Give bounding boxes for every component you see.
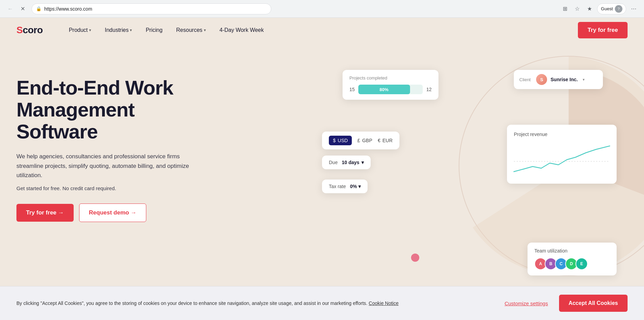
revenue-title: Project revenue <box>514 132 610 137</box>
nav-resources[interactable]: Resources ▾ <box>171 24 211 36</box>
industries-chevron-icon: ▾ <box>130 28 132 33</box>
currency-gbp[interactable]: £ GBP <box>357 138 372 143</box>
team-title: Team utilization <box>534 248 610 254</box>
client-name: Sunrise Inc. <box>550 77 578 82</box>
nav-product[interactable]: Product ▾ <box>63 24 97 36</box>
hero-illustration: Projects completed 15 80% 12 Client S <box>301 42 644 289</box>
hero-left: End-to-End Work Management Software We h… <box>16 63 215 222</box>
close-button[interactable]: ✕ <box>18 4 27 14</box>
revenue-chart <box>514 143 610 177</box>
cookie-text: By clicking "Accept All Cookies", you ag… <box>16 299 494 307</box>
eur-label: EUR <box>383 138 393 143</box>
team-avatars: A B C D E <box>534 258 610 270</box>
profile-label: Guest <box>601 6 613 11</box>
eur-symbol: € <box>378 138 381 143</box>
due-label: Due <box>329 160 338 165</box>
cookie-banner: By clicking "Accept All Cookies", you ag… <box>0 286 644 320</box>
progress-row: 15 80% 12 <box>349 85 432 94</box>
progress-bar-container: 80% <box>358 85 423 94</box>
card-team: Team utilization A B C D E <box>528 243 617 275</box>
nav-try-free-button[interactable]: Try for free <box>578 22 628 38</box>
customize-settings-button[interactable]: Customize settings <box>505 300 548 306</box>
reader-mode-icon[interactable]: ⊞ <box>560 4 570 14</box>
hero-request-demo-button[interactable]: Request demo → <box>79 204 147 222</box>
card-tax: Tax rate 0% ▾ <box>322 180 368 193</box>
pink-ball-decoration <box>411 254 419 262</box>
product-chevron-icon: ▾ <box>89 28 91 33</box>
gbp-symbol: £ <box>357 138 360 143</box>
nav-industries[interactable]: Industries ▾ <box>99 24 137 36</box>
favorites-icon[interactable]: ★ <box>585 4 594 14</box>
hero-title: End-to-End Work Management Software <box>16 77 215 142</box>
url-text: https://www.scoro.com <box>44 6 92 12</box>
site-wrapper: Scoro Product ▾ Industries ▾ Pricing Res… <box>0 18 644 320</box>
due-value: 10 days ▾ <box>342 160 364 165</box>
usd-symbol: $ <box>333 138 336 143</box>
client-chevron-icon: ▾ <box>583 77 585 82</box>
progress-bar-fill: 80% <box>358 85 410 94</box>
projects-card-title: Projects completed <box>349 75 432 81</box>
nav-pricing[interactable]: Pricing <box>140 24 168 36</box>
bookmark-icon[interactable]: ☆ <box>572 4 582 14</box>
accept-all-cookies-button[interactable]: Accept All Cookies <box>559 295 628 312</box>
browser-chrome: ← ✕ 🔒 https://www.scoro.com ⊞ ☆ ★ Guest … <box>0 0 644 18</box>
logo[interactable]: Scoro <box>16 25 43 36</box>
client-label: Client <box>519 77 531 82</box>
hero-subtext: Get started for free. No credit card req… <box>16 185 215 191</box>
nav-4day[interactable]: 4-Day Work Week <box>214 24 269 36</box>
card-revenue: Project revenue <box>507 125 617 184</box>
currency-eur[interactable]: € EUR <box>378 138 393 143</box>
due-chevron-icon: ▾ <box>361 160 364 165</box>
hero-try-free-button[interactable]: Try for free → <box>16 204 74 222</box>
gbp-label: GBP <box>362 138 372 143</box>
resources-chevron-icon: ▾ <box>204 28 206 33</box>
nav-links: Product ▾ Industries ▾ Pricing Resources… <box>63 24 578 36</box>
browser-nav-buttons: ← ✕ <box>5 4 27 14</box>
progress-left-num: 15 <box>349 87 355 92</box>
profile-button[interactable]: Guest ? <box>597 3 626 14</box>
tax-chevron-icon: ▾ <box>358 184 361 189</box>
hero-section: End-to-End Work Management Software We h… <box>0 42 644 275</box>
back-button[interactable]: ← <box>5 4 15 14</box>
progress-right-num: 12 <box>426 87 432 92</box>
hero-description: We help agencies, consultancies and prof… <box>16 152 195 180</box>
cookie-notice-link[interactable]: Cookie Notice <box>369 300 398 306</box>
lock-icon: 🔒 <box>36 6 41 11</box>
card-currency: $ USD £ GBP € EUR <box>322 132 399 149</box>
card-due: Due 10 days ▾ <box>322 156 371 169</box>
tax-value: 0% ▾ <box>350 184 361 189</box>
card-client: Client S Sunrise Inc. ▾ <box>514 70 603 89</box>
client-avatar: S <box>536 74 547 85</box>
tax-label: Tax rate <box>329 184 346 189</box>
browser-right-icons: ⊞ ☆ ★ Guest ? ⋯ <box>560 3 639 14</box>
logo-s: S <box>16 25 23 35</box>
avatar: ? <box>615 5 622 13</box>
team-avatar-5: E <box>575 258 588 270</box>
currency-usd[interactable]: $ USD <box>329 136 352 145</box>
usd-label: USD <box>338 138 348 143</box>
address-bar[interactable]: 🔒 https://www.scoro.com <box>32 3 271 14</box>
card-projects: Projects completed 15 80% 12 <box>343 70 438 100</box>
logo-text: Scoro <box>16 25 43 36</box>
more-options-icon[interactable]: ⋯ <box>629 4 639 14</box>
hero-buttons: Try for free → Request demo → <box>16 204 215 222</box>
navbar: Scoro Product ▾ Industries ▾ Pricing Res… <box>0 18 644 42</box>
